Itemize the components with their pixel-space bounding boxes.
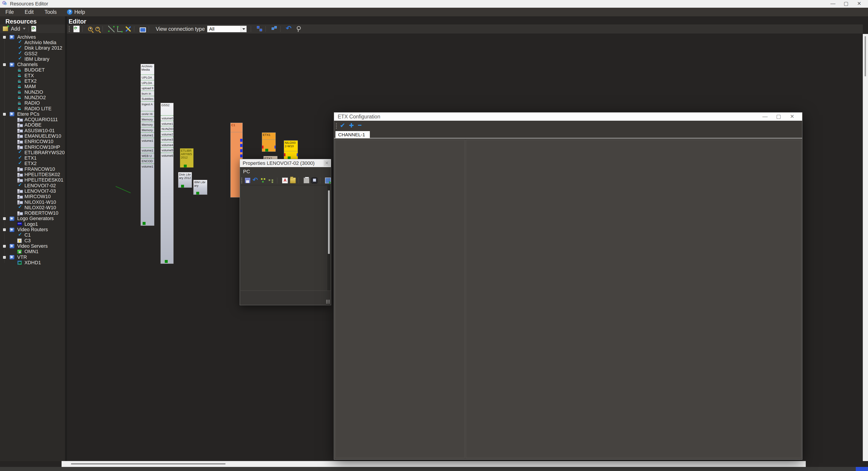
connector-pin-red[interactable] [284,153,285,156]
tree-item-gss2[interactable]: GSS2 [0,51,65,56]
computer-export-icon[interactable] [325,178,331,183]
tree-item-mam[interactable]: MAM [0,84,65,89]
node-row[interactable]: UPLOA [141,80,154,85]
node-row[interactable]: WEB U [141,153,154,158]
node-row[interactable]: Subtitles [141,96,154,101]
tree-item-ibm-library[interactable]: IBM Library [0,56,65,62]
refresh-icon[interactable] [31,26,36,32]
collapse-toggle-icon[interactable]: − [3,256,6,259]
node-row[interactable]: volume1 [141,164,154,169]
tree-item-francow10[interactable]: FRANCOW10 [0,167,65,172]
horizontal-scrollbar[interactable] [62,461,806,467]
node-row[interactable]: volume4 [161,142,174,147]
tree-item-hpelitdesk02[interactable]: HPELITDESK02 [0,172,65,177]
connector-pin-green[interactable] [143,222,146,225]
collapse-toggle-icon[interactable]: − [3,217,6,220]
apply-check-icon[interactable] [340,122,346,129]
tree-item-archivio-media[interactable]: Archivio Media [0,40,65,45]
org-chart-icon[interactable] [260,178,267,183]
resize-grip-icon[interactable] [326,300,330,304]
connector-pin-green[interactable] [196,192,199,195]
tree-item-hpelitedesk01[interactable]: HPELITEDESK01 [0,178,65,183]
zoom-in-icon[interactable] [88,27,93,31]
tree-item-vtr[interactable]: −VTR [0,255,65,260]
properties-scrollbar[interactable] [327,185,331,291]
node-row[interactable]: Ingest A [141,101,154,107]
tree-item-asusw10-01[interactable]: ASUSW10-01 [0,128,65,134]
add-dropdown-arrow-icon[interactable] [23,28,26,30]
org-chart-horizontal-icon[interactable] [269,178,274,183]
connector-pin-red[interactable] [262,146,264,149]
undo-icon[interactable] [253,178,258,183]
dialog-title-bar[interactable]: ETX Configuration — ▢ ✕ [334,113,802,121]
collapse-toggle-icon[interactable]: − [3,245,6,248]
connector-pin-blue[interactable] [240,144,243,147]
tree-item-enricow10hp[interactable]: ENRICOW10HP [0,145,65,150]
printer-icon[interactable] [304,178,309,183]
vertical-scrollbar[interactable] [863,34,868,461]
canvas-node-etlibr[interactable]: ETLIBRARYWS2012 [180,148,193,168]
filter-key-icon[interactable] [295,26,301,32]
connector-pin-blue[interactable] [240,154,243,157]
collapse-toggle-icon[interactable]: − [3,228,6,231]
tree-item-etlibraryws2012[interactable]: ETLIBRARYWS2012 [0,150,65,155]
add-button[interactable]: Add [11,26,20,32]
tree-item-enricow10[interactable]: ENRICOW10 [0,139,65,145]
connector-pin-blue[interactable] [297,153,298,156]
canvas-node-gss2[interactable]: GSS2volume0volume1NUNZIOvolume2volume3vo… [160,103,174,264]
connector-pin-green[interactable] [181,185,184,188]
node-row[interactable]: onAir Hi [141,111,154,116]
menu-item-help[interactable]: Help [69,9,90,15]
save-icon[interactable] [245,178,251,183]
node-row[interactable]: upload fr [141,85,154,91]
tree-item-emanuelew10[interactable]: EMANUELEW10 [0,134,65,139]
dialog-maximize-button[interactable]: ▢ [772,113,785,121]
node-row[interactable]: volume0 [161,115,174,121]
dialog-minimize-button[interactable]: — [758,113,772,121]
node-align-icon[interactable] [256,26,263,32]
menu-item-edit[interactable]: Edit [19,9,39,15]
collapse-toggle-icon[interactable]: − [3,113,6,116]
tree-item-etere-pcs[interactable]: −Etere PCs [0,111,65,117]
tree-item-logo1[interactable]: Logo1 [0,222,65,227]
node-row[interactable]: volume1 [161,121,174,126]
node-group-icon[interactable] [271,26,278,32]
chevron-down-icon[interactable] [241,26,246,32]
connector-pin-green[interactable] [265,149,268,152]
node-row[interactable] [141,143,154,147]
refresh-page-icon[interactable] [73,26,80,32]
tree-item-disk-library-2012[interactable]: Disk Library 2012 [0,46,65,51]
fit-view-icon[interactable] [140,27,146,32]
tree-item-nunzio[interactable]: NUNZIO [0,89,65,95]
node-row[interactable]: volume6 [161,153,174,158]
maximize-button[interactable]: ▢ [839,0,852,8]
tree-item-lenovoi7-02[interactable]: LENOVOI7-02 [0,183,65,188]
tree-item-robertow10[interactable]: ROBERTOW10 [0,211,65,216]
add-resource-icon[interactable] [3,26,8,31]
canvas-node-etx1[interactable]: ETX1 [262,133,276,152]
zoom-out-icon[interactable] [95,27,100,31]
tree-item-nilox01-w10[interactable]: NILOX01-W10 [0,200,65,205]
undo-icon[interactable] [286,26,292,32]
tree-item-budget[interactable]: BUDGET [0,67,65,73]
tree-item-acquario111[interactable]: ACQUARIO111 [0,117,65,122]
properties-title-bar[interactable]: Properties LENOVOI7-02 (3000) ✕ [240,159,331,167]
tree-item-nunzio2[interactable]: NUNZIO2 [0,95,65,100]
connector-pin-green[interactable] [165,260,168,263]
connector-pin-blue[interactable] [275,146,276,149]
menu-item-tools[interactable]: Tools [39,9,62,15]
font-document-icon[interactable] [282,178,288,183]
tree-item-video-servers[interactable]: −Video Servers [0,243,65,249]
tree-item-mircow10[interactable]: MIRCOW10 [0,194,65,200]
tree-item-adobe[interactable]: ADOBE [0,122,65,128]
canvas-node-archivio[interactable]: Archivio MediaUPLOAUPLOAupload frburn in… [141,64,154,226]
node-row[interactable]: volume5 [161,147,174,153]
collapse-toggle-icon[interactable]: − [3,36,6,39]
tree-item-etx[interactable]: ETX [0,73,65,78]
mobile-device-icon[interactable] [311,178,317,183]
node-row[interactable]: UPLOA [141,75,154,80]
canvas-node-nilox[interactable]: NILOX02-W10 [284,140,298,159]
tree-item-omn1[interactable]: OMN1 [0,249,65,255]
connector-pin-green[interactable] [184,165,187,168]
tree-item-c3[interactable]: C3 [0,238,65,243]
